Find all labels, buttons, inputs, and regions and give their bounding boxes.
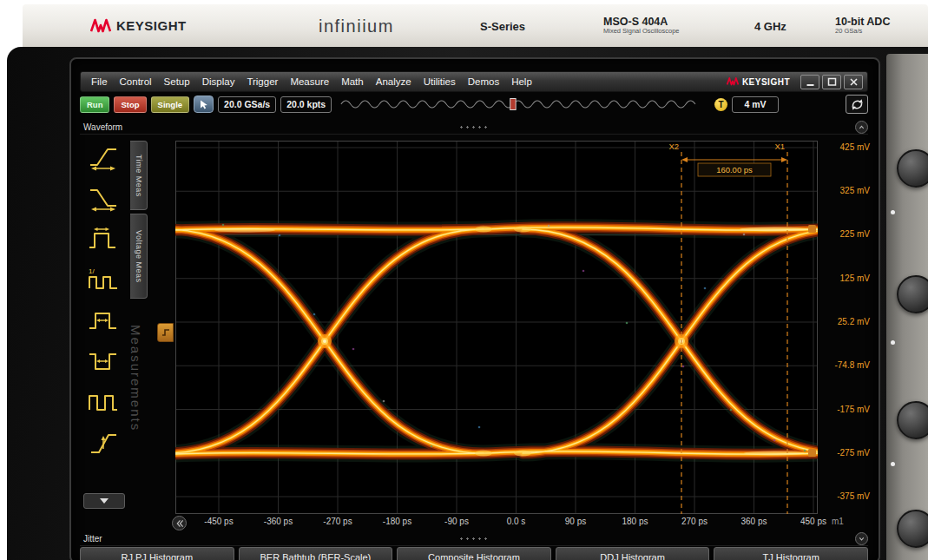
menu-item-setup[interactable]: Setup xyxy=(158,76,196,87)
trigger-indicator: T xyxy=(714,98,727,111)
drag-dots-icon[interactable] xyxy=(458,126,490,128)
stop-button[interactable]: Stop xyxy=(114,96,146,113)
right-edge-marker-bottom[interactable] xyxy=(808,449,816,457)
timebase-position-strip[interactable] xyxy=(339,96,707,112)
menu-item-file[interactable]: File xyxy=(85,76,114,87)
drag-dots-icon[interactable] xyxy=(458,537,490,540)
collapse-down-button[interactable] xyxy=(855,532,868,545)
minimize-icon xyxy=(805,76,816,88)
cursor-x2-label: X2 xyxy=(668,142,679,151)
ber-bathtub-button[interactable]: BER Bathtub (BER-Scale) xyxy=(239,547,393,560)
keysight-logo: KEYSIGHT xyxy=(90,17,187,35)
x-label: -90 ps xyxy=(444,517,469,526)
ddj-histogram-button[interactable]: DDJ Histogram xyxy=(556,547,710,560)
y-label: -74.8 mV xyxy=(834,360,870,370)
frequency-icon[interactable]: 1/ xyxy=(86,265,121,294)
menu-item-math[interactable]: Math xyxy=(335,76,370,87)
fall-time-icon[interactable] xyxy=(86,183,121,213)
jitter-histogram-buttons: RJ,PJ Histogram BER Bathtub (BER-Scale) … xyxy=(80,547,868,560)
brand-text: KEYSIGHT xyxy=(116,18,187,33)
waveform-tab[interactable]: Waveform xyxy=(80,122,122,132)
single-button[interactable]: Single xyxy=(151,96,190,113)
x-label: 450 ps xyxy=(800,517,826,526)
cursor-x1-label: X1 xyxy=(774,142,785,151)
slide-out-handle[interactable] xyxy=(157,323,174,342)
menu-item-control[interactable]: Control xyxy=(114,76,158,87)
menu-bar: File Control Setup Display Trigger Measu… xyxy=(80,71,868,92)
trigger-position-marker[interactable] xyxy=(510,99,516,110)
adc-subtitle: 20 GSa/s xyxy=(835,28,890,35)
menu-item-display[interactable]: Display xyxy=(196,76,241,87)
y-label: 25.2 mV xyxy=(838,317,870,326)
jitter-tab[interactable]: Jitter xyxy=(80,534,102,544)
menu-item-utilities[interactable]: Utilities xyxy=(418,76,462,87)
collapse-sidebar-button[interactable] xyxy=(172,516,187,530)
voltage-axis: 425 mV 325 mV 225 mV 125 mV 25.2 mV -74.… xyxy=(823,141,875,514)
minimize-button[interactable] xyxy=(800,75,819,89)
rise-time-icon[interactable] xyxy=(86,142,121,172)
scroll-down-button[interactable] xyxy=(83,493,125,509)
x-label: -180 ps xyxy=(383,517,411,526)
menu-item-analyze[interactable]: Analyze xyxy=(370,76,418,87)
chassis: File Control Setup Display Trigger Measu… xyxy=(7,47,928,560)
measurement-icons: 1/ xyxy=(82,142,125,458)
x-label: -270 ps xyxy=(323,517,352,526)
y-label: -175 mV xyxy=(837,405,870,414)
waveform-panel-header: Waveform xyxy=(80,120,868,135)
y-label: 425 mV xyxy=(840,142,870,152)
rj-pj-histogram-button[interactable]: RJ,PJ Histogram xyxy=(80,547,234,560)
keysight-spark-icon xyxy=(90,17,111,35)
close-icon xyxy=(848,76,859,88)
y-label: -275 mV xyxy=(837,448,870,458)
marker-m1-label[interactable]: m1 xyxy=(832,517,844,526)
menu-item-trigger[interactable]: Trigger xyxy=(240,76,284,87)
instrument-bezel: KEYSIGHT infiniium S-Series MSO-S 404A M… xyxy=(23,4,928,49)
close-button[interactable] xyxy=(844,75,863,89)
menu-item-measure[interactable]: Measure xyxy=(284,76,335,87)
x-label: 360 ps xyxy=(740,517,767,526)
tab-time-meas[interactable]: Time Meas xyxy=(130,141,148,210)
menubar-brand-text: KEYSIGHT xyxy=(742,77,790,87)
collapse-up-button[interactable] xyxy=(855,121,868,134)
duty-cycle-icon[interactable] xyxy=(86,387,121,417)
menu-item-help[interactable]: Help xyxy=(505,76,538,87)
maximize-button[interactable] xyxy=(822,75,841,89)
model-block: MSO-S 404A Mixed Signal Oscilloscope xyxy=(603,16,680,36)
double-chevron-left-icon xyxy=(175,518,184,529)
autoscale-button[interactable] xyxy=(846,95,868,114)
menu-item-demos[interactable]: Demos xyxy=(462,76,505,87)
tab-voltage-meas[interactable]: Voltage Meas xyxy=(130,214,148,299)
panel-led xyxy=(891,210,895,214)
run-button[interactable]: Run xyxy=(80,96,109,113)
tj-histogram-button[interactable]: TJ Histogram xyxy=(714,547,868,560)
period-icon[interactable] xyxy=(86,224,121,254)
panel-knob[interactable] xyxy=(897,149,928,188)
slew-rate-icon[interactable] xyxy=(86,428,121,458)
keysight-spark-icon xyxy=(727,76,739,87)
trigger-level-readout[interactable]: 4 mV xyxy=(732,96,779,113)
series-label: S-Series xyxy=(480,19,525,32)
frequency-prefix: 1/ xyxy=(89,267,95,275)
positive-width-icon[interactable] xyxy=(86,306,121,335)
model-subtitle: Mixed Signal Oscilloscope xyxy=(603,28,680,35)
composite-histogram-button[interactable]: Composite Histogram xyxy=(397,547,551,560)
adc-block: 10-bit ADC 20 GSa/s xyxy=(835,16,890,36)
panel-led xyxy=(891,340,895,345)
measurements-watermark: Measurements xyxy=(128,325,143,494)
touch-toggle-button[interactable] xyxy=(194,96,214,113)
time-axis: -450 ps -360 ps -270 ps -180 ps -90 ps 0… xyxy=(175,517,818,528)
right-edge-marker-top[interactable] xyxy=(808,225,816,233)
panel-knob[interactable] xyxy=(897,401,928,439)
pointer-icon xyxy=(198,99,209,110)
panel-knob[interactable] xyxy=(897,510,928,548)
panel-knob[interactable] xyxy=(897,275,928,313)
negative-width-icon[interactable] xyxy=(86,346,121,376)
y-label: 325 mV xyxy=(840,186,870,195)
sample-rate-readout[interactable]: 20.0 GSa/s xyxy=(218,96,276,113)
y-label: 225 mV xyxy=(840,229,870,239)
grid-svg: X2 X1 160.00 ps xyxy=(175,141,818,514)
triangle-down-icon xyxy=(100,498,109,504)
y-label: -375 mV xyxy=(837,491,870,501)
memory-depth-readout[interactable]: 20.0 kpts xyxy=(280,96,332,113)
eye-diagram-display[interactable]: X2 X1 160.00 ps xyxy=(175,141,818,514)
